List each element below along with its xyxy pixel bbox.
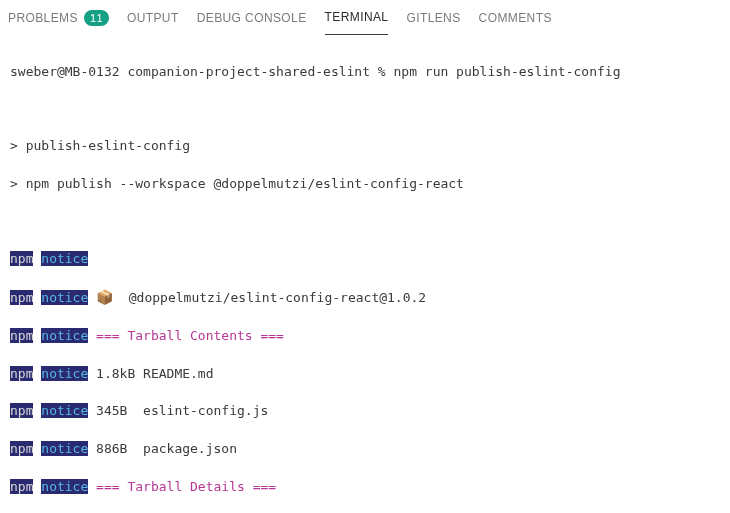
script-cmd-line: > npm publish --workspace @doppelmutzi/e… [10,175,720,194]
npm-notice-line: npm notice === Tarball Details === [10,478,720,497]
file-entry: 345B eslint-config.js [96,403,268,418]
tab-gitlens-label: GITLENS [406,11,460,25]
tab-debug-label: DEBUG CONSOLE [197,11,307,25]
npm-notice-line: npm notice 886B package.json [10,440,720,459]
notice-tag: notice [41,328,88,343]
blank-line [10,101,720,119]
npm-tag: npm [10,403,33,418]
blank-line [10,213,720,231]
npm-tag: npm [10,251,33,266]
tab-problems-label: PROBLEMS [8,11,78,25]
package-name: @doppelmutzi/eslint-config-react@1.0.2 [113,290,426,305]
notice-tag: notice [41,366,88,381]
npm-tag: npm [10,441,33,456]
tab-output[interactable]: OUTPUT [127,0,179,35]
panel-tab-bar: PROBLEMS 11 OUTPUT DEBUG CONSOLE TERMINA… [0,0,730,36]
tab-gitlens[interactable]: GITLENS [406,0,460,35]
npm-tag: npm [10,290,33,305]
file-entry: 1.8kB README.md [96,366,213,381]
tab-output-label: OUTPUT [127,11,179,25]
tarball-contents-header: === Tarball Contents === [96,328,284,343]
notice-tag: notice [41,251,88,266]
tab-comments-label: COMMENTS [479,11,552,25]
tab-terminal-label: TERMINAL [325,10,389,24]
npm-notice-line: npm notice [10,250,720,269]
problems-count-badge: 11 [84,10,109,26]
npm-tag: npm [10,328,33,343]
terminal-output[interactable]: sweber@MB-0132 companion-project-shared-… [0,36,730,513]
notice-tag: notice [41,403,88,418]
file-entry: 886B package.json [96,441,237,456]
npm-tag: npm [10,479,33,494]
notice-tag: notice [41,290,88,305]
package-icon: 📦 [96,289,113,305]
npm-notice-line: npm notice === Tarball Contents === [10,327,720,346]
tab-problems[interactable]: PROBLEMS 11 [8,0,109,35]
tab-terminal[interactable]: TERMINAL [325,0,389,35]
tab-comments[interactable]: COMMENTS [479,0,552,35]
tarball-details-header: === Tarball Details === [96,479,276,494]
npm-tag: npm [10,366,33,381]
tab-debug-console[interactable]: DEBUG CONSOLE [197,0,307,35]
npm-notice-line: npm notice 345B eslint-config.js [10,402,720,421]
npm-notice-line: npm notice 📦 @doppelmutzi/eslint-config-… [10,287,720,308]
prompt-line: sweber@MB-0132 companion-project-shared-… [10,63,720,82]
npm-notice-line: npm notice 1.8kB README.md [10,365,720,384]
script-name-line: > publish-eslint-config [10,137,720,156]
notice-tag: notice [41,441,88,456]
notice-tag: notice [41,479,88,494]
